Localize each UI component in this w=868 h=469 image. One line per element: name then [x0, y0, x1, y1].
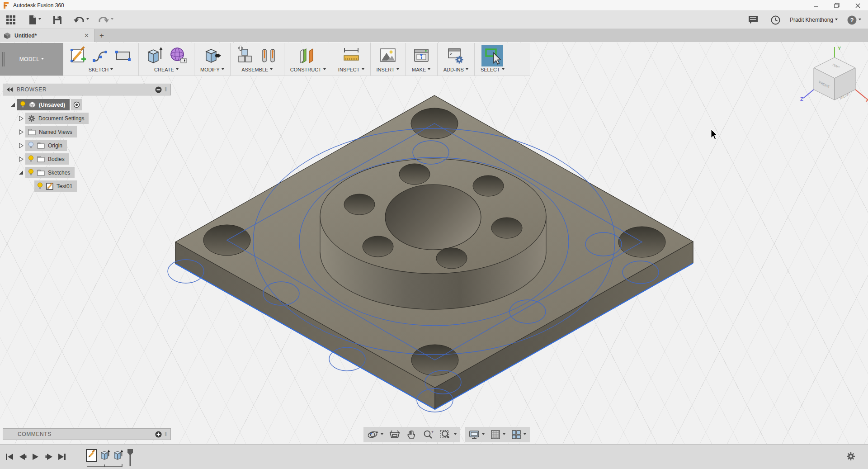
timeline-position-marker[interactable]	[127, 449, 133, 466]
display-settings-button[interactable]	[468, 429, 485, 440]
bulb-on-icon[interactable]	[28, 155, 34, 163]
undo-button[interactable]	[71, 13, 92, 27]
pan-button[interactable]	[406, 429, 417, 440]
zoom-button[interactable]: ±	[422, 429, 434, 440]
tree-row-document-settings[interactable]: Document Settings	[3, 113, 171, 124]
insert-menu[interactable]: INSERT	[377, 67, 399, 72]
caret-collapsed-icon[interactable]	[17, 115, 24, 122]
new-tab-button[interactable]: +	[95, 29, 108, 42]
insert-image-icon[interactable]	[378, 46, 398, 66]
panel-grip[interactable]: ‖	[165, 431, 167, 437]
rectangle-icon[interactable]	[113, 46, 132, 65]
select-tool-button[interactable]	[481, 45, 503, 66]
construct-menu[interactable]: CONSTRUCT	[290, 67, 326, 72]
timeline-step-forward-button[interactable]	[44, 452, 54, 462]
timeline-sketch-feature[interactable]	[86, 449, 97, 462]
app-grid-icon[interactable]	[3, 13, 19, 27]
orbit-button[interactable]	[367, 429, 383, 440]
redo-button[interactable]	[95, 13, 117, 27]
zoom-window-button[interactable]	[439, 429, 457, 440]
close-button[interactable]	[847, 0, 868, 11]
addins-scripts-icon[interactable]: >-	[446, 46, 466, 66]
timeline-step-back-button[interactable]	[18, 452, 28, 462]
spline-icon[interactable]	[92, 46, 110, 65]
document-settings-label[interactable]: Document Settings	[38, 115, 84, 122]
toolbar-grip	[2, 52, 5, 66]
sketch-test01-label[interactable]: Test01	[57, 183, 72, 189]
add-comment-icon[interactable]	[155, 431, 162, 438]
caret-collapsed-icon[interactable]	[17, 156, 24, 162]
caret-collapsed-icon[interactable]	[17, 142, 24, 149]
timeline-extrude-feature[interactable]	[113, 449, 123, 463]
bulb-on-icon[interactable]	[28, 169, 34, 176]
caret-expanded-icon[interactable]	[17, 170, 24, 175]
bulb-on-icon[interactable]	[37, 182, 43, 190]
create-menu[interactable]: CREATE	[154, 67, 179, 72]
bulb-on-icon[interactable]	[20, 101, 26, 109]
measure-icon[interactable]	[341, 46, 362, 66]
user-menu[interactable]: Pradit Khemthong	[790, 17, 838, 23]
timeline-settings-gear-icon[interactable]	[846, 452, 855, 463]
workspace-switcher[interactable]: MODEL	[0, 43, 63, 76]
document-tab[interactable]: Untitled* ✕	[0, 29, 95, 42]
browser-header[interactable]: BROWSER ‖	[3, 84, 171, 95]
panel-grip[interactable]: ‖	[165, 86, 167, 93]
extrude-icon[interactable]	[145, 46, 165, 66]
make-3dprint-icon[interactable]	[411, 46, 431, 66]
axis-y-label: Y	[838, 46, 841, 51]
tree-row-named-views[interactable]: Named Views	[3, 126, 171, 137]
caret-expanded-icon[interactable]	[9, 102, 16, 108]
viewcube[interactable]: Y Z X TOP FRONT RIGHT	[799, 44, 868, 107]
save-button[interactable]	[50, 13, 65, 27]
restore-button[interactable]	[826, 0, 847, 11]
sketch-menu[interactable]: SKETCH	[89, 67, 113, 72]
named-views-label[interactable]: Named Views	[39, 129, 72, 135]
tree-row-sketches[interactable]: Sketches	[3, 167, 171, 178]
create-sketch-icon[interactable]	[69, 46, 88, 65]
joint-icon[interactable]	[260, 46, 278, 66]
activate-component-radio[interactable]	[71, 99, 82, 110]
comments-header[interactable]: COMMENTS ‖	[3, 428, 171, 440]
inspect-menu[interactable]: INSPECT	[338, 67, 364, 72]
tree-row-bodies[interactable]: Bodies	[3, 153, 171, 165]
timeline-extrude-feature[interactable]	[100, 449, 110, 463]
press-pull-icon[interactable]	[202, 46, 222, 66]
make-menu[interactable]: MAKE	[412, 67, 430, 72]
tree-row-root[interactable]: (Unsaved)	[3, 99, 171, 110]
tree-row-origin[interactable]: Origin	[3, 140, 171, 151]
bulb-off-icon[interactable]	[28, 142, 34, 149]
origin-label[interactable]: Origin	[48, 142, 62, 149]
sketches-label[interactable]: Sketches	[48, 170, 70, 176]
comment-bubble-icon[interactable]	[745, 13, 761, 27]
select-menu[interactable]: SELECT	[481, 67, 505, 72]
component-cube-icon	[29, 101, 36, 108]
new-component-icon[interactable]	[236, 46, 256, 66]
bodies-label[interactable]: Bodies	[48, 156, 65, 162]
look-at-button[interactable]	[389, 429, 401, 440]
ribbon-group-addins: >- ADD-INS	[438, 43, 475, 76]
browser-display-toggle-icon[interactable]	[155, 86, 162, 93]
timeline-go-end-button[interactable]	[57, 452, 67, 462]
help-menu[interactable]: ?	[844, 13, 864, 27]
minimize-button[interactable]	[806, 0, 826, 11]
caret-collapsed-icon[interactable]	[17, 129, 24, 135]
construct-plane-icon[interactable]	[298, 46, 318, 66]
tree-row-sketch-test01[interactable]: Test01	[3, 180, 171, 192]
timeline-play-button[interactable]	[31, 452, 41, 462]
addins-menu[interactable]: ADD-INS	[443, 67, 468, 72]
root-document-label[interactable]: (Unsaved)	[39, 102, 65, 108]
comments-panel: COMMENTS ‖	[3, 428, 171, 440]
job-status-clock-icon[interactable]	[768, 13, 783, 27]
grid-snap-button[interactable]	[490, 429, 505, 440]
create-form-icon[interactable]	[168, 46, 188, 66]
modify-menu[interactable]: MODIFY	[200, 67, 224, 72]
assemble-menu[interactable]: ASSEMBLE	[241, 67, 273, 72]
axis-z-label: Z	[800, 96, 803, 102]
file-menu-button[interactable]	[25, 13, 44, 27]
timeline-bar	[0, 444, 868, 469]
timeline-go-start-button[interactable]	[5, 452, 14, 462]
folder-icon	[37, 156, 45, 162]
viewports-button[interactable]	[511, 429, 526, 440]
tab-close-icon[interactable]: ✕	[82, 32, 91, 39]
collapse-panel-icon[interactable]	[7, 87, 13, 92]
